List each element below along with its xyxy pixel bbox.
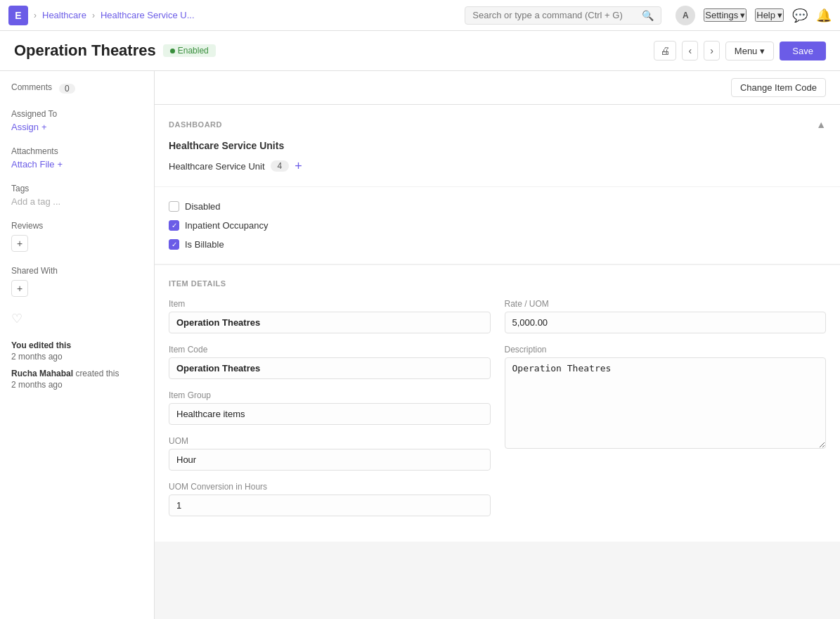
service-unit-label: Healthcare Service Unit — [169, 161, 265, 172]
change-item-code-bar: Change Item Code — [155, 71, 840, 105]
heart-icon[interactable]: ♡ — [11, 311, 143, 326]
check-icon: ✓ — [172, 222, 177, 229]
reviews-section: Reviews + — [11, 221, 143, 252]
created-time: 2 months ago — [11, 380, 143, 390]
collapse-icon[interactable]: ▲ — [816, 119, 826, 130]
billable-checkbox[interactable]: ✓ — [169, 239, 179, 250]
item-field-group: Item — [169, 299, 491, 333]
avatar: A — [676, 6, 695, 25]
item-input[interactable] — [169, 312, 491, 333]
item-details-grid: Item Rate / UOM Item Code Description — [169, 299, 826, 528]
reviews-label: Reviews — [11, 221, 143, 231]
chevron-right-icon-2: › — [92, 11, 95, 20]
add-tag-text[interactable]: Add a tag ... — [11, 196, 143, 207]
item-group-input[interactable] — [169, 403, 491, 425]
chevron-down-icon: ▾ — [740, 10, 745, 20]
service-unit-count: 4 — [271, 160, 290, 172]
uom-conversion-input[interactable] — [169, 494, 491, 516]
content-area: Change Item Code DASHBOARD ▲ Healthcare … — [155, 71, 840, 619]
chevron-down-icon-menu: ▾ — [760, 46, 765, 56]
menu-button[interactable]: Menu ▾ — [725, 42, 775, 60]
created-meta: Rucha Mahabal created this — [11, 369, 143, 378]
description-field-group: Description — [505, 345, 827, 516]
disabled-label: Disabled — [185, 201, 221, 212]
shared-with-label: Shared With — [11, 266, 143, 276]
rate-uom-label: Rate / UOM — [505, 299, 827, 309]
page-title: Operation Theatres — [14, 42, 156, 60]
billable-label: Is Billable — [185, 239, 224, 250]
dashboard-heading: Healthcare Service Units — [169, 140, 826, 151]
comments-section: Comments 0 — [11, 82, 143, 95]
edited-time: 2 months ago — [11, 352, 143, 362]
item-details-label: ITEM DETAILS — [169, 279, 826, 288]
shared-with-section: Shared With + — [11, 266, 143, 297]
breadcrumb-service-unit[interactable]: Healthcare Service U... — [101, 10, 195, 20]
title-row: Operation Theatres Enabled — [14, 42, 216, 60]
help-button[interactable]: Help ▾ — [755, 8, 784, 22]
rate-uom-input[interactable] — [505, 312, 827, 333]
search-icon: 🔍 — [642, 10, 654, 21]
prev-button[interactable]: ‹ — [682, 41, 698, 60]
chevron-right-icon: › — [34, 11, 37, 20]
breadcrumb-healthcare[interactable]: Healthcare — [42, 10, 86, 20]
service-unit-row: Healthcare Service Unit 4 + — [169, 160, 826, 172]
description-textarea[interactable] — [505, 357, 827, 449]
uom-label: UOM — [169, 436, 491, 446]
edited-meta: You edited this — [11, 340, 143, 350]
next-button[interactable]: › — [704, 41, 720, 60]
uom-conversion-label: UOM Conversion in Hours — [169, 482, 491, 492]
item-code-field-group: Item Code — [169, 345, 491, 379]
attachments-label: Attachments — [11, 146, 143, 156]
item-group-label: Item Group — [169, 390, 491, 400]
item-code-label: Item Code — [169, 345, 491, 355]
item-group-field-group: Item Group — [169, 390, 491, 425]
disabled-row: Disabled — [169, 201, 826, 212]
search-bar[interactable]: 🔍 — [465, 6, 661, 25]
attach-file-link[interactable]: Attach File + — [11, 159, 143, 170]
plus-icon: + — [41, 122, 47, 132]
page-header: Operation Theatres Enabled 🖨 ‹ › Menu ▾ … — [0, 31, 840, 71]
assign-link[interactable]: Assign + — [11, 122, 143, 132]
nav-right-actions: A Settings ▾ Help ▾ 💬 🔔 — [676, 6, 832, 25]
change-item-code-button[interactable]: Change Item Code — [731, 78, 826, 97]
chevron-down-icon-2: ▾ — [777, 10, 782, 20]
uom-input[interactable] — [169, 449, 491, 471]
uom-conversion-field-group: UOM Conversion in Hours — [169, 482, 491, 516]
main-layout: Comments 0 Assigned To Assign + Attachme… — [0, 71, 840, 619]
app-icon: E — [8, 6, 28, 25]
status-badge: Enabled — [163, 44, 216, 57]
description-label: Description — [505, 345, 827, 355]
save-button[interactable]: Save — [780, 42, 826, 60]
search-input[interactable] — [472, 10, 638, 20]
attachments-section: Attachments Attach File + — [11, 146, 143, 170]
assigned-to-section: Assigned To Assign + — [11, 109, 143, 132]
comments-label: Comments — [11, 82, 52, 92]
service-unit-add-button[interactable]: + — [295, 160, 302, 172]
billable-row: ✓ Is Billable — [169, 239, 826, 250]
settings-button[interactable]: Settings ▾ — [704, 8, 747, 22]
comment-icon[interactable]: 💬 — [792, 8, 808, 23]
check-icon-2: ✓ — [172, 241, 177, 248]
item-label: Item — [169, 299, 491, 309]
comments-count: 0 — [59, 84, 75, 94]
bell-icon[interactable]: 🔔 — [816, 8, 832, 23]
status-dot — [170, 49, 175, 53]
assigned-to-label: Assigned To — [11, 109, 143, 119]
inpatient-row: ✓ Inpatient Occupancy — [169, 220, 826, 231]
print-button[interactable]: 🖨 — [654, 41, 676, 60]
dashboard-label: DASHBOARD — [169, 120, 222, 129]
disabled-checkbox[interactable] — [169, 201, 179, 212]
header-actions: 🖨 ‹ › Menu ▾ Save — [654, 41, 826, 60]
dashboard-section: DASHBOARD ▲ Healthcare Service Units Hea… — [155, 105, 840, 187]
inpatient-label: Inpatient Occupancy — [185, 220, 269, 231]
sidebar-meta: You edited this 2 months ago Rucha Mahab… — [11, 340, 143, 390]
item-code-input[interactable] — [169, 357, 491, 379]
sidebar: Comments 0 Assigned To Assign + Attachme… — [0, 71, 155, 619]
add-review-button[interactable]: + — [11, 235, 28, 252]
add-shared-button[interactable]: + — [11, 280, 28, 297]
item-details-section: ITEM DETAILS Item Rate / UOM Item Code — [155, 265, 840, 542]
plus-icon-attach: + — [57, 159, 63, 170]
top-nav: E › Healthcare › Healthcare Service U...… — [0, 0, 840, 31]
tags-label: Tags — [11, 184, 143, 193]
inpatient-checkbox[interactable]: ✓ — [169, 220, 179, 231]
